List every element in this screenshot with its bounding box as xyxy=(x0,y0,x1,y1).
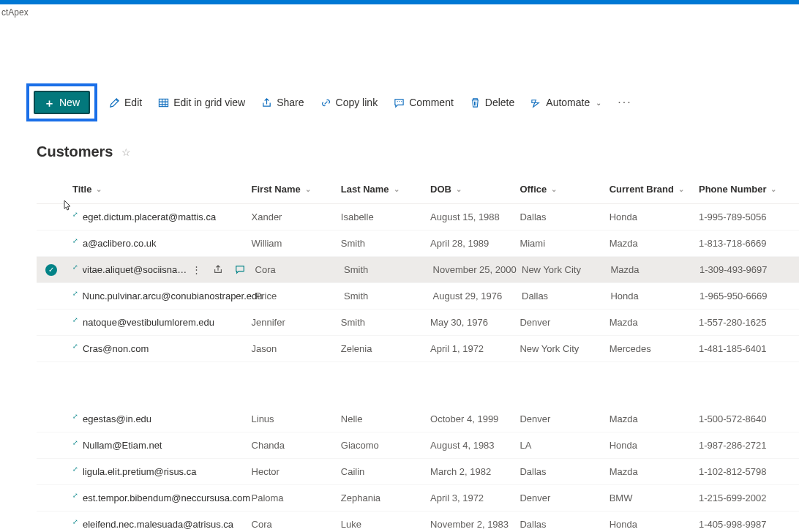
cell-title[interactable]: ⤢egestas@in.edu xyxy=(72,413,252,424)
table-row[interactable]: ⤢Cras@non.comJasonZeleniaApril 1, 1972Ne… xyxy=(37,336,799,362)
item-link-icon: ⤢ xyxy=(72,263,78,271)
edit-grid-button[interactable]: Edit in grid view xyxy=(154,94,250,111)
cell-phone: 1-500-572-8640 xyxy=(699,413,799,424)
cell-dob: April 3, 1972 xyxy=(430,492,519,503)
cell-title-text: egestas@in.edu xyxy=(83,413,151,424)
cell-title-text: Nullam@Etiam.net xyxy=(83,440,162,451)
edit-grid-label: Edit in grid view xyxy=(173,97,245,108)
cell-brand: Mazda xyxy=(610,264,699,275)
cell-title[interactable]: ⤢est.tempor.bibendum@neccursusa.com xyxy=(72,492,252,503)
cell-last-name: Smith xyxy=(344,264,432,275)
column-label: Phone Number xyxy=(699,184,766,195)
table-row[interactable]: ⤢Nunc.pulvinar.arcu@conubianostraper.edu… xyxy=(37,283,799,310)
cell-phone: 1-481-185-6401 xyxy=(699,343,799,354)
cell-brand: Honda xyxy=(609,519,699,530)
row-share-icon[interactable] xyxy=(213,264,223,275)
share-label: Share xyxy=(277,97,304,108)
cell-title-text: est.tempor.bibendum@neccursusa.com xyxy=(83,492,250,503)
cell-office: Dallas xyxy=(522,291,610,301)
column-header-phone[interactable]: Phone Number ⌄ xyxy=(699,184,799,195)
table-row[interactable]: ⤢Nullam@Etiam.netChandaGiacomoAugust 4, … xyxy=(37,432,799,459)
comment-button[interactable]: Comment xyxy=(389,94,458,111)
more-actions-button[interactable]: ··· xyxy=(613,96,636,109)
delete-button[interactable]: Delete xyxy=(465,94,519,111)
cell-first-name: Linus xyxy=(252,413,341,424)
column-header-brand[interactable]: Current Brand ⌄ xyxy=(609,184,699,195)
edit-label: Edit xyxy=(124,97,142,108)
item-link-icon: ⤢ xyxy=(72,316,78,323)
table-row[interactable]: ✓⤢vitae.aliquet@sociisnato…⋮CoraSmithNov… xyxy=(37,257,799,283)
column-label: Office xyxy=(519,184,547,195)
cell-last-name: Zephania xyxy=(341,492,430,503)
row-comment-icon[interactable] xyxy=(235,264,245,275)
cell-last-name: Smith xyxy=(341,317,430,328)
cell-last-name: Isabelle xyxy=(341,211,430,222)
cell-brand: Mercedes xyxy=(609,343,699,354)
automate-button[interactable]: Automate ⌄ xyxy=(526,94,606,111)
cell-dob: March 2, 1982 xyxy=(430,466,519,477)
column-header-office[interactable]: Office ⌄ xyxy=(519,184,609,195)
new-button[interactable]: ＋ New xyxy=(34,91,90,114)
table-row[interactable]: ⤢ligula.elit.pretium@risus.caHectorCaili… xyxy=(37,459,799,485)
table-row[interactable]: ⤢natoque@vestibulumlorem.eduJenniferSmit… xyxy=(37,310,799,336)
cell-office: Denver xyxy=(519,413,609,424)
cell-dob: November 25, 2000 xyxy=(433,264,522,275)
cell-title[interactable]: ⤢a@aclibero.co.uk xyxy=(72,238,252,249)
cell-title[interactable]: ⤢Cras@non.com xyxy=(72,343,252,354)
cell-title[interactable]: ⤢vitae.aliquet@sociisnato…⋮ xyxy=(72,264,255,275)
item-link-icon: ⤢ xyxy=(72,342,78,350)
edit-button[interactable]: Edit xyxy=(105,94,146,111)
page-title: Customers xyxy=(37,143,113,160)
table-row[interactable]: ⤢eget.dictum.placerat@mattis.caXanderIsa… xyxy=(37,204,799,231)
table-header-row: Title ⌄ First Name ⌄ Last Name ⌄ DOB ⌄ O… xyxy=(37,175,799,204)
cell-last-name: Giacomo xyxy=(341,440,430,451)
cell-title[interactable]: ⤢Nullam@Etiam.net xyxy=(72,440,252,451)
item-link-icon: ⤢ xyxy=(72,439,78,446)
cell-brand: Honda xyxy=(609,211,699,222)
cell-dob: August 15, 1988 xyxy=(430,211,519,222)
cell-office: New York City xyxy=(519,343,609,354)
column-header-title[interactable]: Title ⌄ xyxy=(72,184,252,195)
chevron-down-icon: ⌄ xyxy=(96,185,102,193)
cell-title[interactable]: ⤢eget.dictum.placerat@mattis.ca xyxy=(72,211,252,222)
cell-dob: May 30, 1976 xyxy=(430,317,519,328)
table-row[interactable]: ⤢a@aclibero.co.ukWilliamSmithApril 28, 1… xyxy=(37,231,799,257)
cell-title-text: eleifend.nec.malesuada@atrisus.ca xyxy=(83,519,233,530)
chevron-down-icon: ⌄ xyxy=(551,185,557,193)
cell-phone: 1-987-286-2721 xyxy=(699,440,799,451)
cell-phone: 1-102-812-5798 xyxy=(699,466,799,477)
cell-title[interactable]: ⤢natoque@vestibulumlorem.edu xyxy=(72,317,252,328)
cell-phone: 1-557-280-1625 xyxy=(699,317,799,328)
automate-icon xyxy=(530,97,541,108)
table-row[interactable]: ⤢egestas@in.eduLinusNelleOctober 4, 1999… xyxy=(37,406,799,432)
column-header-last-name[interactable]: Last Name ⌄ xyxy=(341,184,430,195)
cell-title[interactable]: ⤢Nunc.pulvinar.arcu@conubianostraper.edu xyxy=(72,291,255,301)
table-row[interactable]: ⤢eleifend.nec.malesuada@atrisus.caCoraLu… xyxy=(37,512,799,532)
column-label: Current Brand xyxy=(609,184,674,195)
column-header-first-name[interactable]: First Name ⌄ xyxy=(252,184,341,195)
cell-title[interactable]: ⤢ligula.elit.pretium@risus.ca xyxy=(72,466,252,477)
cell-first-name: Cora xyxy=(255,264,344,275)
column-label: DOB xyxy=(430,184,451,195)
cell-dob: October 4, 1999 xyxy=(430,413,519,424)
favorite-star-icon[interactable]: ☆ xyxy=(121,146,131,158)
row-more-icon[interactable]: ⋮ xyxy=(192,264,201,275)
column-header-dob[interactable]: DOB ⌄ xyxy=(430,184,519,195)
cell-first-name: Paloma xyxy=(252,492,341,503)
cell-title-text: Cras@non.com xyxy=(83,343,149,354)
copy-link-button[interactable]: Copy link xyxy=(316,94,383,111)
grid-icon xyxy=(158,97,169,108)
item-link-icon: ⤢ xyxy=(72,518,78,525)
item-link-icon: ⤢ xyxy=(72,237,78,244)
cell-dob: April 1, 1972 xyxy=(430,343,519,354)
cell-first-name: Xander xyxy=(252,211,341,222)
row-selected-check-icon[interactable]: ✓ xyxy=(45,264,57,276)
chevron-down-icon: ⌄ xyxy=(305,185,311,193)
share-button[interactable]: Share xyxy=(257,94,308,111)
cell-last-name: Cailin xyxy=(341,466,430,477)
cell-title[interactable]: ⤢eleifend.nec.malesuada@atrisus.ca xyxy=(72,519,252,530)
table-row[interactable]: ⤢est.tempor.bibendum@neccursusa.comPalom… xyxy=(37,485,799,512)
cell-dob: August 29, 1976 xyxy=(433,291,522,301)
cell-office: Dallas xyxy=(519,519,609,530)
item-link-icon: ⤢ xyxy=(72,211,78,218)
